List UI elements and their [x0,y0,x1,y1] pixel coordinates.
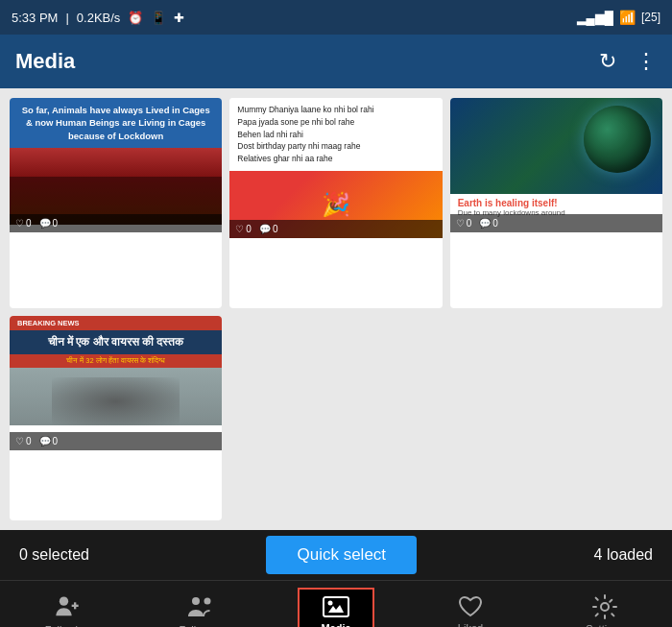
animals-comments: 💬 0 [39,218,59,229]
speed-display: 0.2KB/s [77,11,121,25]
selected-count-label: 0 selected [19,546,89,564]
loaded-count-label: 4 loaded [594,546,653,564]
media-grid: So far, Animals have always Lived in Cag… [0,88,672,530]
media-card-china[interactable]: BREAKING NEWS चीन में एक और वायरस की दस्… [10,316,222,520]
settings-icon [592,594,617,619]
followers-label: Followers [179,624,224,628]
comment-icon: 💬 [479,218,491,229]
comment-icon: 💬 [259,224,271,234]
refresh-icon[interactable] [599,49,616,74]
bottom-navigation: Following Followers Media Liked Se [0,580,672,627]
svg-marker-6 [328,605,344,613]
wa-stats: ♡ 0 💬 0 [229,220,442,238]
earth-image [450,98,662,194]
china-card-content: BREAKING NEWS चीन में एक और वायरस की दस्… [10,316,222,450]
china-breaking-banner: BREAKING NEWS [10,316,222,330]
separator: | [65,11,68,25]
svg-point-4 [204,597,211,604]
china-subline-text: चीन में 32 लोग हेंता वायरस के शंदिग्ध [10,354,222,368]
animals-stats: ♡ 0 💬 0 [10,214,222,232]
svg-point-8 [601,603,609,611]
china-stats: ♡ 0 💬 0 [10,432,222,450]
signal-icon: ▂▄▆█ [577,11,613,25]
wa-line-5: Relatives ghar nhi aa rahe [237,153,434,165]
wa-comments: 💬 0 [259,224,278,234]
status-bar: 5:33 PM | 0.2KB/s ⏰ 📱 ✚ ▂▄▆█ 📶 [25] [0,0,672,35]
china-likes: ♡ 0 [15,436,32,446]
wifi-icon: 📶 [619,10,636,25]
wa-likes: ♡ 0 [235,224,252,234]
page-title: Media [15,49,75,74]
comment-icon: 💬 [39,218,51,229]
media-card-whatsapp[interactable]: Mummy Dhaniya laane ko nhi bol rahi Papa… [229,98,442,308]
plus-icon: ✚ [174,11,184,25]
earth-title: Earth is healing itself! [458,198,655,208]
animals-image [10,148,222,225]
wa-line-4: Dost birthday party nhi maag rahe [237,140,434,153]
action-bar: 0 selected Quick select 4 loaded [0,530,672,580]
heart-icon: ♡ [15,218,24,229]
heart-icon: ♡ [456,218,465,229]
earth-sphere [584,106,651,173]
following-label: Following [45,624,89,628]
china-comments: 💬 0 [39,436,59,446]
svg-point-3 [192,597,200,605]
more-options-icon[interactable] [636,49,657,74]
media-icon [323,595,349,618]
header: Media [0,35,672,88]
svg-rect-5 [324,597,348,616]
comment-icon: 💬 [39,436,51,446]
battery-display: [25] [641,11,660,24]
wa-line-2: Papa jyada sone pe nhi bol rahe [237,116,434,129]
nav-item-liked[interactable]: Liked [432,590,509,628]
heart-icon: ♡ [235,224,244,234]
followers-icon [186,593,217,620]
status-right: ▂▄▆█ 📶 [25] [577,10,660,25]
media-card-animals[interactable]: So far, Animals have always Lived in Cag… [10,98,222,308]
quick-select-button[interactable]: Quick select [266,536,417,574]
liked-icon [458,595,483,618]
wa-line-1: Mummy Dhaniya laane ko nhi bol rahi [237,104,434,116]
liked-label: Liked [458,622,483,628]
media-label: Media [321,622,350,628]
china-image [10,368,222,425]
china-headline-text: चीन में एक और वायरस की दस्तक [10,330,222,354]
settings-label: Settings [586,623,624,628]
header-actions [599,49,657,74]
svg-point-7 [328,600,333,605]
status-left: 5:33 PM | 0.2KB/s ⏰ 📱 ✚ [12,11,184,25]
animals-likes: ♡ 0 [15,218,32,229]
earth-likes: ♡ 0 [456,218,472,229]
animals-header-text: So far, Animals have always Lived in Cag… [10,98,222,148]
following-icon [54,593,81,620]
breaking-news-label: BREAKING NEWS [17,319,80,327]
wa-line-3: Behen lad nhi rahi [237,129,434,141]
alarm-icon: ⏰ [128,11,143,25]
nav-item-following[interactable]: Following [29,588,106,628]
wa-text-content: Mummy Dhaniya laane ko nhi bol rahi Papa… [229,98,442,171]
nav-item-followers[interactable]: Followers [163,588,240,628]
heart-icon: ♡ [15,436,24,446]
earth-comments: 💬 0 [479,218,498,229]
svg-point-0 [60,596,68,605]
nav-item-media[interactable]: Media [298,588,374,628]
time-display: 5:33 PM [12,11,58,25]
whatsapp-icon: 📱 [151,11,166,25]
earth-stats: ♡ 0 💬 0 [450,214,662,232]
media-card-earth[interactable]: Earth is healing itself! Due to many loc… [450,98,662,308]
nav-item-settings[interactable]: Settings [566,589,643,628]
